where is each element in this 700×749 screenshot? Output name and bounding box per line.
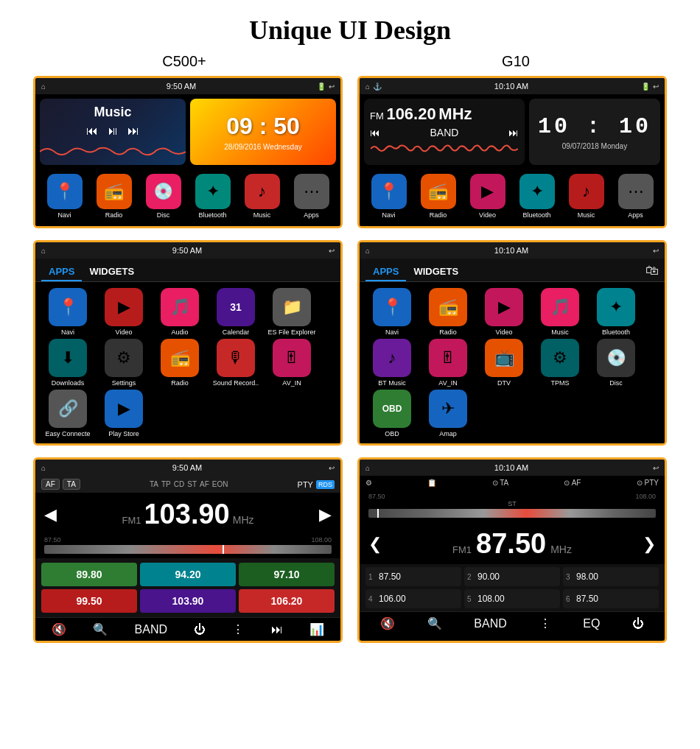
c500-radio-search-btn[interactable]: 🔍: [93, 622, 108, 636]
c500-app-video[interactable]: ▶ Video: [97, 288, 150, 336]
st-tag: ST: [187, 480, 197, 488]
c500-home-disc[interactable]: 💿 Disc: [140, 174, 186, 219]
c500-tab-widgets[interactable]: WIDGETS: [82, 263, 141, 281]
c500-radio-eq-btn[interactable]: 📊: [309, 622, 324, 636]
c500-radio-power-btn[interactable]: ⏻: [194, 623, 206, 636]
c500-radio-ta-tag[interactable]: TA: [63, 479, 80, 490]
g10-radio-controls[interactable]: ⏮ BAND ⏭: [370, 127, 519, 138]
next-track-icon[interactable]: ⏭: [127, 124, 139, 138]
c500-app-audio[interactable]: 🎵 Audio: [153, 288, 206, 336]
g10-preset-1[interactable]: 1 87.50: [365, 567, 461, 586]
c500-app-es[interactable]: 📁 ES File Explorer: [265, 288, 318, 336]
c500-home-music[interactable]: ♪ Music: [239, 174, 285, 219]
c500-preset-4[interactable]: 99.50: [41, 589, 137, 613]
g10-app-bluetooth[interactable]: ✦ Bluetooth: [589, 288, 643, 336]
c500-preset-1[interactable]: 89.80: [41, 563, 137, 586]
g10-radio-display-icon[interactable]: 📋: [427, 479, 436, 487]
g10-home-music[interactable]: ♪ Music: [563, 174, 609, 219]
c500-home-navi[interactable]: 📍 Navi: [41, 174, 88, 219]
c500-preset-2[interactable]: 94.20: [140, 563, 236, 586]
g10-back-icon[interactable]: ↩: [653, 82, 659, 91]
c500-preset-3[interactable]: 97.10: [239, 563, 335, 586]
g10-next-icon[interactable]: ⏭: [508, 127, 519, 138]
g10-preset-3[interactable]: 3 98.00: [563, 567, 659, 586]
g10-radio-mute-btn[interactable]: 🔇: [380, 616, 395, 630]
c500-radio-menu-btn[interactable]: ⋮: [232, 622, 244, 636]
home-icon: ⌂: [41, 82, 46, 91]
g10-radio-settings-icon[interactable]: ⚙: [365, 479, 372, 487]
c500-music-widget[interactable]: Music ⏮ ⏯ ⏭: [40, 99, 186, 165]
g10-radio-search-btn[interactable]: 🔍: [427, 616, 442, 630]
c500-app-easyconnect[interactable]: 🔗 Easy Connecte: [41, 390, 94, 437]
g10-radio-back-icon[interactable]: ↩: [653, 464, 659, 472]
g10-freq-left-arrow[interactable]: ❮: [368, 535, 382, 554]
g10-app-video[interactable]: ▶ Video: [477, 288, 531, 336]
g10-preset-4[interactable]: 4 106.00: [365, 589, 461, 608]
c500-app-radio[interactable]: 📻 Radio: [153, 339, 206, 387]
g10-app-btmusic[interactable]: ♪ BT Music: [365, 339, 419, 387]
c500-app-navi[interactable]: 📍 Navi: [41, 288, 94, 336]
c500-home-radio[interactable]: 📻 Radio: [91, 174, 137, 219]
c500-radio-scan-btn[interactable]: ⏭: [271, 623, 283, 636]
g10-preset-6[interactable]: 6 87.50: [563, 589, 659, 608]
g10-home-apps[interactable]: ⋯ Apps: [612, 174, 659, 219]
g10-app-obd[interactable]: OBD OBD: [365, 390, 419, 437]
c500-app-settings[interactable]: ⚙ Settings: [97, 339, 150, 387]
c500-radio-mute-btn[interactable]: 🔇: [52, 622, 66, 636]
g10-apps-label: Apps: [628, 211, 643, 219]
g10-app-amap[interactable]: ✈ Amap: [421, 390, 475, 437]
c500-app-downloads[interactable]: ⬇ Downloads: [41, 339, 94, 387]
g10-app-tpms[interactable]: ⚙ TPMS: [533, 339, 587, 387]
c500-freq-left-arrow[interactable]: ◀: [44, 505, 57, 524]
c500-apps-back-icon[interactable]: ↩: [329, 247, 335, 255]
g10-clock-widget: 10 : 10 09/07/2018 Monday: [529, 99, 660, 165]
g10-apps-back-icon[interactable]: ↩: [653, 247, 659, 255]
g10-radio-menu-btn[interactable]: ⋮: [539, 616, 551, 630]
c500-app-calendar-icon: 31: [217, 288, 255, 326]
c500-app-calendar[interactable]: 31 Calendar: [209, 288, 262, 336]
back-icon[interactable]: ↩: [329, 82, 335, 91]
g10-app-avin[interactable]: 🎚 AV_IN: [421, 339, 475, 387]
g10-radio-widget[interactable]: FM 106.20 MHz ⏮ BAND ⏭: [364, 99, 525, 165]
g10-prev-icon[interactable]: ⏮: [370, 127, 380, 138]
g10-app-dtv[interactable]: 📺 DTV: [477, 339, 531, 387]
g10-app-navi[interactable]: 📍 Navi: [365, 288, 419, 336]
g10-app-radio[interactable]: 📻 Radio: [421, 288, 475, 336]
play-pause-icon[interactable]: ⏯: [107, 124, 119, 138]
g10-app-music[interactable]: 🎵 Music: [533, 288, 587, 336]
c500-home-content: Music ⏮ ⏯ ⏭ 09 : 50 28/09/2016 Wednesday…: [35, 94, 340, 226]
c500-music-controls[interactable]: ⏮ ⏯ ⏭: [46, 124, 180, 138]
g10-freq-right-arrow[interactable]: ❯: [643, 535, 656, 554]
g10-home-status-left: ⌂ ⚓: [365, 82, 382, 91]
g10-tab-apps[interactable]: APPS: [365, 263, 406, 281]
c500-preset-6[interactable]: 106.20: [239, 589, 335, 613]
g10-preset-5[interactable]: 5 108.00: [464, 589, 560, 608]
c500-home-bluetooth[interactable]: ✦ Bluetooth: [189, 174, 236, 219]
g10-home-video[interactable]: ▶ Video: [464, 174, 511, 219]
c500-preset-5[interactable]: 103.90: [140, 589, 236, 613]
g10-preset-2[interactable]: 2 90.00: [464, 567, 560, 586]
c500-app-avin[interactable]: 🎚 AV_IN: [265, 339, 318, 387]
c500-radio-af-tag[interactable]: AF: [41, 479, 60, 490]
pty-label[interactable]: PTY: [298, 480, 313, 489]
c500-app-playstore[interactable]: ▶ Play Store: [97, 390, 150, 437]
g10-home-radio[interactable]: 📻 Radio: [415, 174, 461, 219]
g10-radio-eq-btn[interactable]: EQ: [583, 617, 600, 630]
g10-app-disc-icon: 💿: [597, 339, 635, 377]
c500-radio-band-btn[interactable]: BAND: [135, 623, 167, 636]
c500-freq-right-arrow[interactable]: ▶: [319, 505, 332, 524]
g10-store-icon[interactable]: 🛍: [645, 263, 659, 278]
c500-home-apps[interactable]: ⋯ Apps: [288, 174, 335, 219]
g10-radio-power-btn[interactable]: ⏻: [632, 617, 644, 630]
g10-home-navi[interactable]: 📍 Navi: [365, 174, 412, 219]
c500-radio-back-icon[interactable]: ↩: [329, 464, 335, 472]
c500-app-soundrec[interactable]: 🎙 Sound Record..: [209, 339, 262, 387]
g10-tab-widgets[interactable]: WIDGETS: [406, 263, 466, 281]
g10-app-disc[interactable]: 💿 Disc: [589, 339, 643, 387]
g10-home-bluetooth[interactable]: ✦ Bluetooth: [514, 174, 560, 219]
g10-radio-band-btn[interactable]: BAND: [474, 617, 506, 630]
g10-scale-bar[interactable]: [368, 509, 656, 518]
prev-track-icon[interactable]: ⏮: [86, 124, 98, 138]
c500-radio-scale-bar[interactable]: [44, 545, 332, 554]
c500-tab-apps[interactable]: APPS: [41, 263, 82, 281]
